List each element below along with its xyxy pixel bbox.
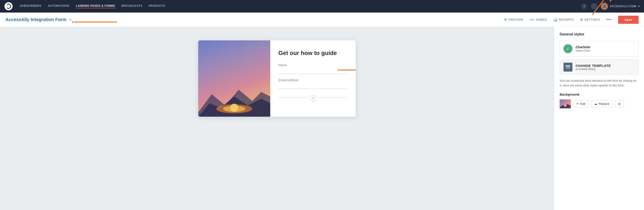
reports-label: REPORTS bbox=[559, 18, 574, 21]
right-panel: General styles ✓ Charlotte Inline Form C… bbox=[554, 27, 644, 210]
form-preview-card: Get our how to guide Name bbox=[198, 40, 356, 117]
settings-button[interactable]: ⚙ SETTINGS bbox=[580, 18, 600, 22]
reports-icon: 📊 bbox=[553, 18, 558, 22]
change-template-sub: or browse library bbox=[576, 68, 611, 71]
bg-preview-graphic bbox=[560, 100, 571, 108]
form-heading: Get our how to guide bbox=[278, 49, 348, 57]
name-field-label: Name bbox=[278, 63, 348, 67]
plus-icon: + bbox=[310, 95, 316, 102]
nav-right: ? 👤 ACCESSALLY.COM ▾ bbox=[581, 3, 640, 10]
template-info: Charlotte Inline Form bbox=[576, 45, 635, 52]
preview-icon: 👁 bbox=[504, 18, 508, 21]
nav-item-subscribers[interactable]: SUBSCRIBERS bbox=[20, 4, 42, 8]
settings-label: SETTINGS bbox=[584, 18, 600, 21]
mountain-graphic bbox=[198, 72, 270, 117]
add-name-annotation: Add a name field bbox=[338, 66, 356, 75]
svg-point-8 bbox=[230, 104, 238, 112]
main-layout: Get our how to guide Name bbox=[0, 27, 644, 210]
email-field[interactable]: Email Address bbox=[278, 78, 348, 89]
email-field-label: Email Address bbox=[278, 78, 348, 82]
svg-rect-12 bbox=[566, 66, 570, 67]
form-content-side: Get our how to guide Name bbox=[270, 40, 356, 117]
account-name: ACCESSALLY.COM bbox=[610, 5, 636, 8]
nav-item-landing-pages[interactable]: LANDING PAGES & FORMS bbox=[76, 4, 115, 8]
add-field-row: + bbox=[278, 93, 348, 102]
change-template-icon bbox=[564, 63, 572, 72]
nav-item-products[interactable]: PRODUCTS bbox=[148, 4, 165, 8]
canvas-area[interactable]: Get our how to guide Name bbox=[0, 27, 554, 210]
background-section-title: Background bbox=[560, 93, 638, 96]
save-button[interactable]: Save bbox=[618, 16, 638, 24]
more-options-button[interactable]: ••• bbox=[606, 17, 612, 22]
change-template-text: CHANGE TEMPLATE or browse library bbox=[576, 64, 611, 71]
template-grid-icon bbox=[566, 65, 570, 69]
form-title-area: AccessAlly Integration Form ✏ bbox=[6, 17, 72, 22]
embed-button[interactable]: </> EMBED bbox=[529, 18, 547, 21]
change-template-card[interactable]: CHANGE TEMPLATE or browse library bbox=[560, 59, 638, 75]
replace-label: Replace bbox=[598, 102, 609, 105]
background-thumbnail bbox=[560, 100, 571, 108]
svg-point-16 bbox=[564, 105, 566, 107]
email-input[interactable] bbox=[278, 83, 348, 89]
edit-icon: ✏ bbox=[576, 102, 579, 105]
logo-icon bbox=[6, 4, 11, 9]
svg-rect-13 bbox=[566, 68, 570, 68]
toolbar: AccessAlly Integration Form ✏ 👁 PREVIEW … bbox=[0, 12, 644, 27]
add-field-button[interactable]: + bbox=[310, 95, 316, 102]
panel-description: You can customize each element on the fo… bbox=[560, 79, 638, 88]
background-controls: ✏ Edit ☁ Replace 🗑 bbox=[560, 100, 638, 108]
notifications-button[interactable] bbox=[591, 3, 597, 9]
replace-background-button[interactable]: ☁ Replace bbox=[591, 100, 613, 107]
preview-button[interactable]: 👁 PREVIEW bbox=[504, 18, 523, 21]
replace-icon: ☁ bbox=[594, 102, 597, 105]
reports-button[interactable]: 📊 REPORTS bbox=[553, 18, 574, 22]
trash-icon: 🗑 bbox=[618, 102, 621, 106]
top-navigation: SUBSCRIBERS AUTOMATIONS LANDING PAGES & … bbox=[0, 0, 644, 12]
name-field[interactable]: Name A bbox=[278, 63, 348, 74]
change-template-main: CHANGE TEMPLATE bbox=[576, 64, 611, 68]
help-button[interactable]: ? bbox=[581, 3, 587, 9]
settings-icon: ⚙ bbox=[580, 18, 583, 22]
svg-rect-11 bbox=[566, 65, 570, 66]
chevron-down-icon: ▾ bbox=[638, 5, 640, 8]
delete-background-button[interactable]: 🗑 bbox=[615, 100, 624, 108]
template-check-icon: ✓ bbox=[564, 44, 572, 53]
arrow-to-title bbox=[72, 15, 122, 29]
panel-section-title: General styles bbox=[560, 32, 638, 36]
template-card-charlotte[interactable]: ✓ Charlotte Inline Form bbox=[560, 41, 638, 57]
template-sub: Inline Form bbox=[576, 49, 635, 52]
embed-icon: </> bbox=[529, 18, 534, 21]
nav-item-automations[interactable]: AUTOMATIONS bbox=[48, 4, 70, 8]
avatar-icon: 👤 bbox=[601, 3, 608, 10]
preview-label: PREVIEW bbox=[509, 18, 523, 21]
name-input[interactable] bbox=[278, 68, 348, 74]
edit-label: Edit bbox=[580, 102, 585, 105]
logo[interactable] bbox=[4, 2, 12, 10]
arrow-to-name bbox=[338, 66, 356, 75]
toolbar-actions: 👁 PREVIEW </> EMBED 📊 REPORTS ⚙ SETTINGS… bbox=[504, 16, 638, 24]
template-name: Charlotte bbox=[576, 45, 635, 49]
form-image bbox=[198, 40, 270, 117]
edit-title-icon[interactable]: ✏ bbox=[69, 18, 72, 21]
edit-background-button[interactable]: ✏ Edit bbox=[573, 100, 589, 107]
embed-label: EMBED bbox=[536, 18, 547, 21]
account-menu[interactable]: 👤 ACCESSALLY.COM ▾ bbox=[601, 3, 640, 10]
nav-items: SUBSCRIBERS AUTOMATIONS LANDING PAGES & … bbox=[20, 4, 574, 8]
form-fields: Name A bbox=[278, 63, 348, 102]
nav-item-broadcasts[interactable]: BROADCASTS bbox=[122, 4, 142, 8]
form-title-text: AccessAlly Integration Form bbox=[6, 17, 66, 22]
